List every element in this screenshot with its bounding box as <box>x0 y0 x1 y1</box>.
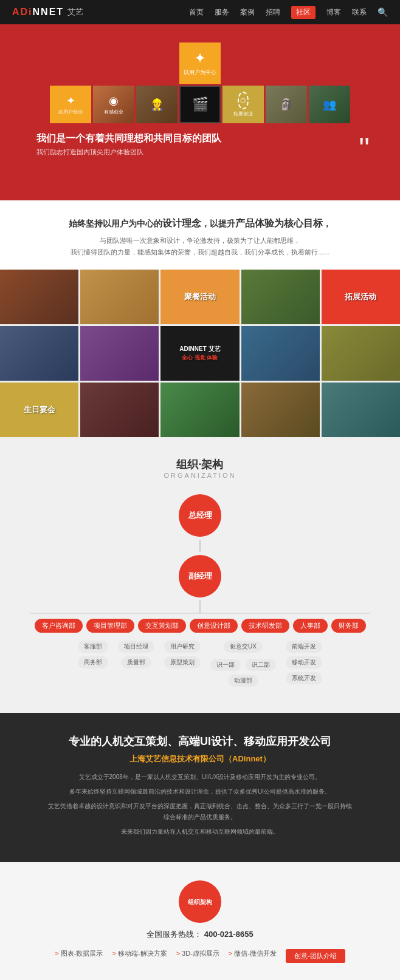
dept-0: 客户咨询部 <box>35 619 83 633</box>
pg-cell-birthday: 生日宴会 <box>0 383 78 437</box>
hero-icon-5: ○ 拓展创业 <box>222 86 264 123</box>
company-section: 专业的人机交互策划、高端UI设计、移动应用开发公司 上海艾艺信息技术有限公司（A… <box>0 713 400 862</box>
hero-icon-7: 👥 <box>309 86 350 123</box>
sub-0-1: 商务部 <box>78 656 108 669</box>
hero-icon-1: ✦ 以用户创业 <box>50 86 91 123</box>
sub-3-1: 识一部 <box>210 659 241 671</box>
photo-grid: 聚餐活动 拓展活动 ADINNET 艾艺全心 视觉 体验 生日宴会 办公环境 旅… <box>0 270 400 439</box>
org-ceo-container: 总经理 <box>12 491 388 540</box>
dept-4: 技术研发部 <box>241 619 289 633</box>
org-section: 组织·架构 ORGANIZATION 总经理 副经理 客户咨询部 项目管理部 交… <box>0 439 400 713</box>
about-line1: 与团队游唯一次意象和设计，争论激发持，极策为了让人能都思维， <box>36 235 364 247</box>
main-nav: 首页 服务 案例 招聘 社区 博客 联系 🔍 <box>189 6 388 19</box>
pg-cell-10 <box>322 326 400 381</box>
company-desc3: 艾艺凭借着卓越的设计意识和对开发平台的深度把握，真正做到统合、击点、整合、为众多… <box>48 801 352 823</box>
pg-cell-dinner: 聚餐活动 <box>160 270 239 324</box>
pg-cell-9 <box>241 326 320 381</box>
nav-recruit[interactable]: 招聘 <box>266 7 280 18</box>
hero-icon-2: ◉ 有感创业 <box>93 86 134 123</box>
company-headline: 专业的人机交互策划、高端UI设计、移动应用开发公司 <box>24 734 376 749</box>
sub-4-2: 系统开发 <box>286 672 322 684</box>
org-dept-row: 客户咨询部 项目管理部 交互策划部 创意设计部 技术研发部 人事部 财务部 <box>18 619 382 633</box>
pg-cell-13 <box>160 383 239 437</box>
contact-section: 组织架构 全国服务热线： 400-021-8655 图表-数据展示 移动端-解决… <box>0 862 400 980</box>
about-section: 始终坚持以用户为中心的设计理念，以提升产品体验为核心目标， 与团队游唯一次意象和… <box>0 200 400 270</box>
sub-2-0: 用户研究 <box>164 641 201 653</box>
nav-contact[interactable]: 联系 <box>352 7 367 18</box>
pg-cell-4 <box>241 270 320 324</box>
company-desc2: 多年来始终坚持互联网领域最前沿的技术和设计理念，提供了众多优秀UI公司提供高水准… <box>48 786 352 797</box>
hero-icon-6: 🗿 <box>266 86 307 123</box>
about-line2: 我们懂得团队的力量，能感知集体的荣誉，我们超越自我，我们分享成长，执着前行...… <box>36 247 364 258</box>
pg-cell-2 <box>80 270 159 324</box>
sub-group-1: 项目经理 质量部 <box>117 639 156 689</box>
org-deputy: 副经理 <box>179 555 221 597</box>
company-desc1: 艾艺成立于2008年，是一家以人机交互策划、UI/UX设计及移动应用开发为主的专… <box>48 772 352 783</box>
sub-4-1: 移动开发 <box>286 656 322 669</box>
pg-cell-logo: ADINNET 艾艺全心 视觉 体验 <box>160 326 239 381</box>
org-sub-row-1: 客服部 商务部 项目经理 质量部 用户研究 原型策划 创意交UX <box>12 639 388 689</box>
header: ADiNNET 艾艺 首页 服务 案例 招聘 社区 博客 联系 🔍 <box>0 0 400 24</box>
contact-links: 图表-数据展示 移动端-解决方案 3D-虚拟展示 微信-微信开发 创意-团队介绍 <box>24 949 376 963</box>
org-title: 组织·架构 ORGANIZATION <box>12 457 388 479</box>
dept-6: 财务部 <box>331 619 366 633</box>
sub-group-4: 前端开发 移动开发 系统开发 <box>284 639 323 689</box>
contact-link-0[interactable]: 图表-数据展示 <box>55 949 103 963</box>
sub-1-0: 项目经理 <box>118 641 154 653</box>
logo-text: ADiNNET <box>12 7 64 18</box>
sub-1-1: 质量部 <box>121 656 151 669</box>
sub-group-0: 客服部 商务部 <box>77 639 109 689</box>
org-hline <box>30 613 370 614</box>
pg-cell-14 <box>241 383 320 437</box>
pg-cell-12 <box>80 383 159 437</box>
search-icon[interactable]: 🔍 <box>378 7 388 17</box>
contact-link-2[interactable]: 3D-虚拟展示 <box>176 949 219 963</box>
dept-3: 创意设计部 <box>190 619 238 633</box>
contact-link-3[interactable]: 微信-微信开发 <box>229 949 277 963</box>
hero-tagline: 我们是一个有着共同理想和共同目标的团队 我们励志打造国内顶尖用户体验团队 <box>0 123 400 157</box>
hero-icon-row: ✦ 以用户创业 ◉ 有感创业 👷 🎬 ○ 拓展创业 🗿 👥 <box>50 86 350 123</box>
hero-content: ✦ 以用户为中心 ✦ 以用户创业 ◉ 有感创业 👷 🎬 ○ 拓展创业 <box>0 24 400 157</box>
pg-cell-7 <box>80 326 159 381</box>
hero-section: ✦ 以用户为中心 ✦ 以用户创业 ◉ 有感创业 👷 🎬 ○ 拓展创业 <box>0 24 400 200</box>
org-line-1 <box>199 540 201 552</box>
sub-3-2: 识二部 <box>246 659 276 671</box>
sub-group-3: 创意交UX 识一部 识二部 动漫部 <box>209 639 277 689</box>
hero-icon-camera: 🎬 <box>179 86 221 123</box>
sub-group-2: 用户研究 原型策划 <box>163 639 202 689</box>
logo-subtitle: 艾艺 <box>67 7 83 18</box>
nav-blog[interactable]: 博客 <box>326 7 341 18</box>
nav-service[interactable]: 服务 <box>215 7 229 18</box>
contact-phone: 全国服务热线： 400-021-8655 <box>24 929 376 940</box>
sub-3-3: 动漫部 <box>228 675 258 687</box>
pg-cell-6 <box>0 326 78 381</box>
contact-circle: 组织架构 <box>179 880 221 923</box>
contact-link-btn[interactable]: 创意-团队介绍 <box>286 949 345 963</box>
nav-cases[interactable]: 案例 <box>240 7 255 18</box>
org-line-2 <box>199 601 201 613</box>
hero-icon-top: ✦ 以用户为中心 <box>179 43 221 84</box>
dept-2: 交互策划部 <box>138 619 186 633</box>
company-desc4: 未来我们因力量站在人机交互和移动互联网领域的最前端。 <box>48 826 352 837</box>
pg-cell-1 <box>0 270 78 324</box>
about-heading: 始终坚持以用户为中心的设计理念，以提升产品体验为核心目标， <box>36 217 364 230</box>
dept-5: 人事部 <box>293 619 328 633</box>
dept-1: 项目管理部 <box>86 619 134 633</box>
sub-2-1: 原型策划 <box>164 656 201 669</box>
sub-3-0: 创意交UX <box>224 641 263 653</box>
sub-0-0: 客服部 <box>78 641 108 653</box>
logo: ADiNNET 艾艺 <box>12 7 83 18</box>
sub-4-0: 前端开发 <box>286 641 322 653</box>
pg-cell-15 <box>322 383 400 437</box>
nav-community[interactable]: 社区 <box>291 6 316 19</box>
org-ceo: 总经理 <box>179 494 221 537</box>
org-deputy-container: 副经理 <box>12 552 388 601</box>
company-name: 上海艾艺信息技术有限公司（ADinnet） <box>24 754 376 764</box>
hero-icon-3: 👷 <box>136 86 178 123</box>
nav-home[interactable]: 首页 <box>189 7 204 18</box>
contact-link-1[interactable]: 移动端-解决方案 <box>112 949 167 963</box>
pg-cell-expand: 拓展活动 <box>322 270 400 324</box>
